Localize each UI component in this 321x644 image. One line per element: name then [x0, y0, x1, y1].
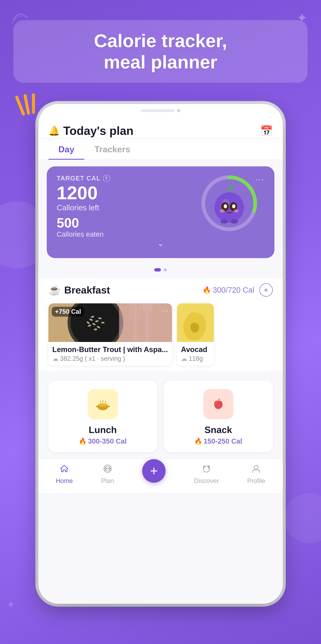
app-header: 🔔 Today's plan 📅 [38, 118, 283, 138]
nav-plan[interactable]: Plan [101, 464, 114, 484]
svg-point-39 [98, 403, 108, 407]
svg-rect-41 [108, 406, 110, 407]
svg-point-9 [224, 204, 227, 208]
calorie-ring [197, 172, 261, 235]
profile-icon [252, 464, 261, 476]
plan-icon [103, 464, 112, 476]
snack-cal: 150-250 Cal [203, 437, 242, 445]
phone-mockup: 🔔 Today's plan 📅 Day Trackers TARGET CAL… [38, 104, 283, 604]
svg-line-0 [17, 97, 23, 114]
svg-point-10 [232, 204, 235, 208]
food-weight: ☁ 382.25g ( x1 · serving ) [52, 355, 168, 362]
tabs-container: Day Trackers [38, 139, 283, 160]
flame-icon: 🔥 [203, 286, 211, 294]
food-cal-badge: +750 Cal [52, 307, 84, 317]
app-title: Calorie tracker, meal planner [27, 30, 294, 72]
breakfast-name: Breakfast [64, 284, 203, 296]
svg-point-12 [234, 209, 239, 212]
profile-label: Profile [247, 477, 265, 484]
bell-icon: 🔔 [48, 126, 60, 136]
home-icon [60, 464, 69, 476]
app-screen: 🔔 Today's plan 📅 Day Trackers TARGET CAL… [38, 118, 283, 604]
header-title: Today's plan [63, 124, 134, 138]
lunch-card[interactable]: Lunch 🔥 300-350 Cal [48, 381, 157, 452]
snack-name: Snack [204, 424, 232, 435]
breakfast-cal-text: 300/720 Cal [213, 286, 254, 294]
nav-home[interactable]: Home [56, 464, 73, 484]
svg-point-11 [220, 209, 225, 212]
dot-2 [163, 268, 167, 272]
breakfast-cal-info: 🔥 300/720 Cal [203, 286, 254, 294]
title-card: Calorie tracker, meal planner [13, 20, 308, 83]
lunch-cal: 300-350 Cal [88, 437, 127, 445]
food-card-trout[interactable]: +750 Cal ··· Lemon-Butter Trout | with A… [48, 304, 172, 366]
phone-top-bar [38, 104, 283, 118]
svg-point-52 [254, 466, 258, 470]
calendar-icon[interactable]: 📅 [260, 125, 273, 137]
food-weight-avocado: ☁ 118g [181, 355, 210, 362]
lunch-icon-wrap [88, 389, 118, 419]
svg-line-1 [25, 96, 28, 113]
food-name: Lemon-Butter Trout | with Aspa... [52, 345, 168, 354]
breakfast-section-header: ☕ Breakfast 🔥 300/720 Cal + [38, 278, 283, 300]
star-decoration-bottom: ✦ [7, 599, 15, 610]
breakfast-icon: ☕ [48, 284, 61, 296]
section-gap-2 [38, 371, 283, 374]
home-label: Home [56, 477, 73, 484]
add-button[interactable]: + [142, 459, 165, 483]
food-card-trout-image: +750 Cal ··· [48, 304, 172, 342]
food-options-dots[interactable]: ··· [161, 307, 168, 314]
snack-card[interactable]: Snack 🔥 150-250 Cal [164, 381, 273, 452]
expand-chevron[interactable]: ⌄ [57, 238, 264, 250]
svg-rect-40 [96, 406, 98, 407]
breakfast-food-cards: +750 Cal ··· Lemon-Butter Trout | with A… [38, 300, 283, 371]
bottom-nav: Home Plan + [38, 459, 283, 493]
tab-trackers[interactable]: Trackers [84, 139, 140, 159]
snack-cal-icon: 🔥 [194, 438, 202, 445]
weight-icon-2: ☁ [181, 355, 187, 362]
add-breakfast-button[interactable]: + [259, 283, 273, 297]
lunch-name: Lunch [89, 424, 117, 435]
food-name-avocado: Avocad [181, 345, 210, 354]
snack-icon-wrap [203, 389, 233, 419]
plan-label: Plan [101, 477, 114, 484]
phone-camera [177, 109, 180, 112]
nav-profile[interactable]: Profile [247, 464, 265, 484]
lunch-cal-icon: 🔥 [79, 438, 87, 445]
svg-point-5 [214, 192, 244, 222]
tab-day[interactable]: Day [48, 139, 84, 159]
food-card-avocado-info: Avocad ☁ 118g [177, 342, 214, 366]
dot-1 [154, 268, 161, 272]
card-dots-indicator [38, 265, 283, 275]
discover-icon [202, 464, 211, 476]
lunch-cal-row: 🔥 300-350 Cal [79, 437, 127, 445]
header-left: 🔔 Today's plan [48, 124, 134, 138]
meal-type-cards: Lunch 🔥 300-350 Cal [38, 374, 283, 459]
discover-label: Discover [194, 477, 219, 484]
nav-discover[interactable]: Discover [194, 464, 219, 484]
food-card-avocado[interactable]: Avocad ☁ 118g [177, 304, 214, 366]
phone-notch [141, 109, 174, 112]
help-icon[interactable]: ? [103, 175, 110, 182]
food-card-avocado-image [177, 304, 214, 342]
weight-icon: ☁ [52, 355, 58, 362]
food-card-trout-info: Lemon-Butter Trout | with Aspa... ☁ 382.… [48, 342, 172, 366]
mascot-character [209, 183, 249, 224]
section-gap-1 [38, 275, 283, 278]
snack-cal-row: 🔥 150-250 Cal [194, 437, 242, 445]
calorie-card: TARGET CAL ? 1200 Callories left 500 Cal… [47, 166, 275, 258]
